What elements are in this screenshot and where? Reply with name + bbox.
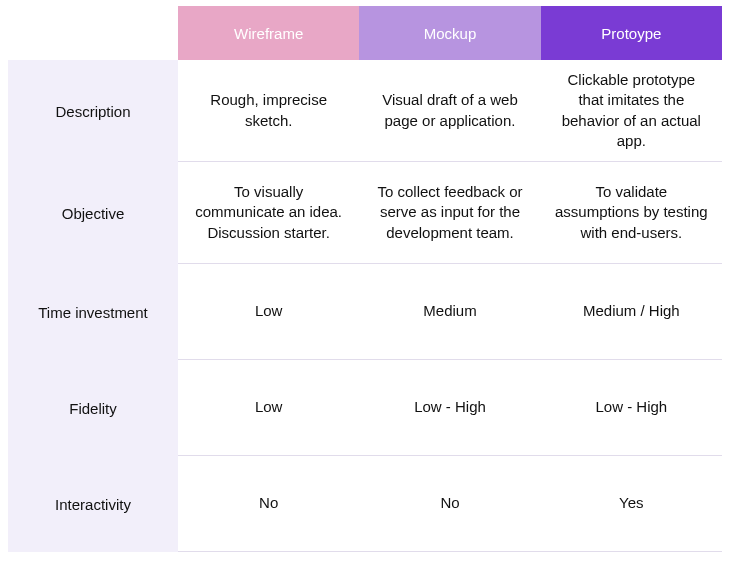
column-header-prototype: Protoype <box>541 6 722 60</box>
row-header-objective: Objective <box>8 162 178 264</box>
comparison-table-container: Wireframe Mockup Protoype Description Ro… <box>0 0 730 585</box>
cell-fidelity-prototype: Low - High <box>541 360 722 456</box>
cell-description-mockup: Visual draft of a web page or applicatio… <box>359 60 540 162</box>
cell-interactivity-mockup: No <box>359 456 540 552</box>
cell-fidelity-mockup: Low - High <box>359 360 540 456</box>
row-header-interactivity: Interactivity <box>8 456 178 552</box>
cell-objective-mockup: To collect feedback or serve as input fo… <box>359 162 540 264</box>
cell-time-mockup: Medium <box>359 264 540 360</box>
row-header-fidelity: Fidelity <box>8 360 178 456</box>
table-row: Objective To visually communicate an ide… <box>8 162 722 264</box>
column-header-wireframe: Wireframe <box>178 6 359 60</box>
column-header-mockup: Mockup <box>359 6 540 60</box>
cell-objective-wireframe: To visually communicate an idea. Discuss… <box>178 162 359 264</box>
table-row: Time investment Low Medium Medium / High <box>8 264 722 360</box>
table-row: Interactivity No No Yes <box>8 456 722 552</box>
table-row: Fidelity Low Low - High Low - High <box>8 360 722 456</box>
cell-time-wireframe: Low <box>178 264 359 360</box>
comparison-table: Wireframe Mockup Protoype Description Ro… <box>8 6 722 552</box>
cell-interactivity-prototype: Yes <box>541 456 722 552</box>
row-header-description: Description <box>8 60 178 162</box>
cell-time-prototype: Medium / High <box>541 264 722 360</box>
table-row: Description Rough, imprecise sketch. Vis… <box>8 60 722 162</box>
cell-description-prototype: Clickable prototype that imitates the be… <box>541 60 722 162</box>
row-header-time: Time investment <box>8 264 178 360</box>
cell-objective-prototype: To validate assumptions by testing with … <box>541 162 722 264</box>
cell-interactivity-wireframe: No <box>178 456 359 552</box>
table-corner-cell <box>8 6 178 60</box>
table-header-row: Wireframe Mockup Protoype <box>8 6 722 60</box>
cell-description-wireframe: Rough, imprecise sketch. <box>178 60 359 162</box>
cell-fidelity-wireframe: Low <box>178 360 359 456</box>
